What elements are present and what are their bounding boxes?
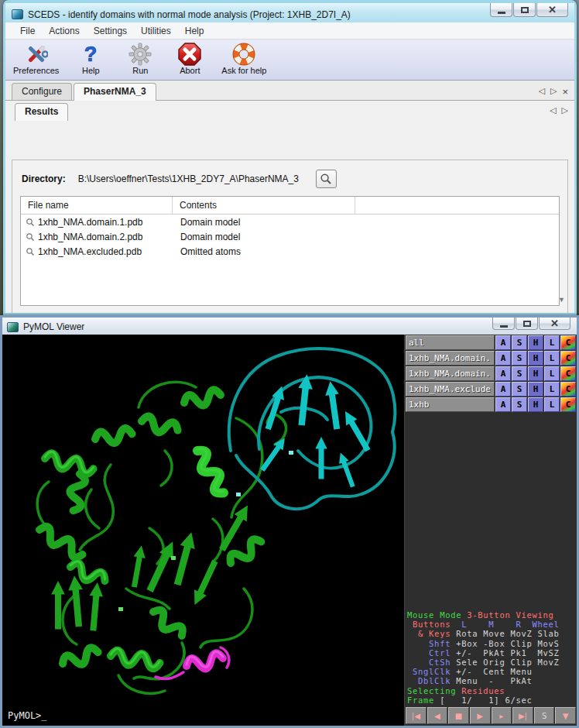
object-h-button[interactable]: H (528, 382, 543, 397)
object-s-button[interactable]: S (512, 335, 527, 350)
pymol-minimize-button[interactable] (492, 318, 515, 330)
tab-scroll-right-icon[interactable]: ▷ (550, 86, 557, 98)
menu-bar: FileActionsSettingsUtilitiesHelp (5, 22, 574, 39)
step-forward-button[interactable]: ▸ (492, 707, 512, 724)
directory-path: B:\Users\oeffner\Tests\1XHB_2DY7_A\Phase… (78, 173, 299, 184)
browse-directory-button[interactable] (316, 170, 337, 188)
go-to-start-button[interactable]: |◀ (406, 707, 427, 724)
object-name[interactable]: 1xhb (406, 397, 495, 412)
tab-close-icon[interactable]: × (562, 86, 568, 98)
minimize-button[interactable] (490, 3, 512, 17)
pymol-command-prompt[interactable]: PyMOL>_ (8, 710, 47, 721)
table-row[interactable]: 1xhb_NMA.excluded.pdbOmitted atoms (21, 244, 559, 259)
object-name[interactable]: 1xhb_NMA.domain. (406, 351, 495, 366)
object-name[interactable]: all (406, 335, 495, 350)
magnifier-icon (26, 218, 35, 227)
question-icon: ? (81, 42, 101, 67)
object-l-button[interactable]: L (544, 335, 560, 350)
tab-scroll-left-icon[interactable]: ◁ (538, 86, 544, 98)
object-c-button[interactable]: C (560, 351, 576, 366)
pymol-3d-viewport[interactable]: PyMOL>_ (2, 335, 404, 726)
object-c-button[interactable]: C (560, 397, 576, 412)
scene-button[interactable]: S (534, 707, 555, 724)
stop-button[interactable]: ■ (448, 707, 469, 724)
go-to-end-button[interactable]: ▶| (512, 707, 533, 724)
object-c-button[interactable]: C (560, 366, 576, 381)
object-l-button[interactable]: L (544, 397, 560, 412)
maximize-icon (521, 7, 529, 13)
subtab-bar: Results ◁ ▷ (5, 101, 574, 120)
file-name: 1xhb_NMA.domain.2.pdb (38, 232, 142, 242)
magnifier-icon (26, 232, 35, 242)
menu-actions[interactable]: Actions (42, 24, 86, 38)
subtab-scroll-right-icon[interactable]: ▷ (562, 105, 568, 115)
scroll-down-icon[interactable]: ▼ (558, 296, 565, 304)
search-icon (320, 173, 332, 185)
mouse-panel-line[interactable]: Mouse Mode 3-Button Viewing (407, 610, 576, 620)
object-s-button[interactable]: S (512, 351, 527, 366)
object-c-button[interactable]: C (560, 382, 576, 397)
tab-phasernma-3[interactable]: PhaserNMA_3 (74, 83, 156, 101)
tab-configure[interactable]: Configure (12, 83, 72, 100)
ask-for-help-button[interactable]: Ask for help (221, 42, 266, 75)
object-a-button[interactable]: A (495, 366, 511, 381)
menu-file[interactable]: File (13, 24, 42, 38)
abort-button[interactable]: Abort (172, 42, 207, 75)
object-h-button[interactable]: H (528, 397, 543, 412)
menu-help[interactable]: Help (178, 24, 211, 38)
step-back-button[interactable]: ◀ (427, 707, 448, 724)
object-s-button[interactable]: S (512, 397, 527, 412)
object-l-button[interactable]: L (544, 351, 560, 366)
object-h-button[interactable]: H (528, 335, 543, 350)
menu-utilities[interactable]: Utilities (134, 24, 178, 38)
object-name[interactable]: 1xhb_NMA.domain. (406, 366, 495, 381)
object-s-button[interactable]: S (512, 382, 527, 397)
object-c-button[interactable]: C (560, 335, 576, 350)
pymol-side-panel: allASHLC1xhb_NMA.domain.ASHLC1xhb_NMA.do… (404, 335, 577, 726)
object-row: allASHLC (406, 335, 576, 350)
close-button[interactable]: ✕ (536, 3, 568, 17)
object-a-button[interactable]: A (495, 335, 511, 350)
pymol-app-icon (7, 322, 19, 332)
column-file-name[interactable]: File name (21, 197, 173, 214)
menu-dropdown-button[interactable]: ▼ (555, 707, 576, 724)
lifering-icon (232, 42, 255, 67)
maximize-icon (523, 321, 531, 327)
mouse-panel-line[interactable]: Selecting Residues (407, 686, 576, 695)
run-button[interactable]: Run (122, 42, 158, 75)
file-contents: Domain model (173, 217, 240, 228)
table-row[interactable]: 1xhb_NMA.domain.2.pdbDomain model (21, 229, 559, 244)
object-name[interactable]: 1xhb_NMA.exclude (406, 382, 495, 397)
preferences-button[interactable]: Preferences (13, 42, 59, 75)
sceds-titlebar[interactable]: SCEDS - identify domains with normal mod… (5, 3, 574, 22)
maximize-button[interactable] (513, 3, 536, 17)
menu-settings[interactable]: Settings (87, 24, 134, 38)
mouse-panel-line: SnglClk +/- Cent Menu (407, 667, 576, 676)
object-l-button[interactable]: L (544, 382, 560, 397)
pymol-maximize-button[interactable] (516, 318, 538, 330)
pymol-close-button[interactable]: ✕ (539, 318, 570, 330)
abort-icon (177, 42, 202, 67)
object-s-button[interactable]: S (512, 366, 527, 381)
sceds-app-icon (12, 9, 23, 19)
object-a-button[interactable]: A (495, 382, 511, 397)
pymol-titlebar[interactable]: PyMOL Viewer ✕ (2, 318, 577, 335)
mouse-panel-line: Buttons L M R Wheel (407, 620, 576, 629)
file-name: 1xhb_NMA.excluded.pdb (38, 246, 142, 257)
mouse-panel-line: Frame [ 1/ 1] 6/sec (407, 695, 576, 705)
tab-bar: Configure PhaserNMA_3 ◁ ▷ × (5, 81, 574, 101)
object-h-button[interactable]: H (528, 366, 543, 381)
object-a-button[interactable]: A (495, 397, 511, 412)
pymol-window-title: PyMOL Viewer (23, 321, 84, 332)
table-row[interactable]: 1xhb_NMA.domain.1.pdbDomain model (21, 215, 559, 229)
close-icon: ✕ (550, 320, 559, 328)
play-button[interactable]: ▶ (470, 707, 491, 724)
subtab-scroll-left-icon[interactable]: ◁ (550, 105, 556, 115)
object-h-button[interactable]: H (528, 351, 543, 366)
object-a-button[interactable]: A (495, 351, 511, 366)
tab-results[interactable]: Results (15, 103, 68, 121)
object-l-button[interactable]: L (544, 366, 560, 381)
help-button[interactable]: ? Help (73, 42, 108, 75)
mouse-panel-line: Ctrl +/- PkAt Pk1 MvSZ (407, 648, 576, 658)
column-contents[interactable]: Contents (173, 197, 355, 214)
